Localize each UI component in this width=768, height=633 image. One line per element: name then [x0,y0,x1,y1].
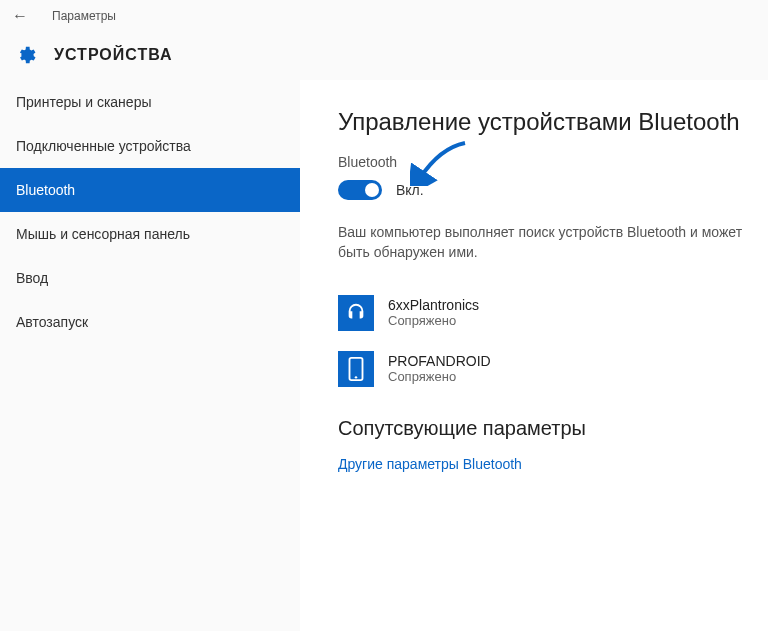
page-title: Управление устройствами Bluetooth [338,108,768,136]
bluetooth-description: Ваш компьютер выполняет поиск устройств … [338,222,768,263]
sidebar-item-autoplay[interactable]: Автозапуск [0,300,300,344]
bluetooth-toggle[interactable] [338,180,382,200]
related-title: Сопутсвующие параметры [338,417,768,440]
device-name: 6xxPlantronics [388,297,479,313]
toggle-state: Вкл. [396,182,424,198]
sidebar-item-input[interactable]: Ввод [0,256,300,300]
related-link[interactable]: Другие параметры Bluetooth [338,456,768,472]
device-row[interactable]: PROFANDROID Сопряжено [338,351,768,387]
toggle-row: Вкл. [338,180,768,200]
content: Управление устройствами Bluetooth Blueto… [300,80,768,631]
back-button[interactable]: ← [8,7,32,25]
phone-icon [338,351,374,387]
headset-icon [338,295,374,331]
bluetooth-label: Bluetooth [338,154,768,170]
sidebar: Принтеры и сканеры Подключенные устройст… [0,80,300,631]
device-row[interactable]: 6xxPlantronics Сопряжено [338,295,768,331]
window-title: Параметры [52,9,116,23]
device-status: Сопряжено [388,369,491,384]
sidebar-item-connected-devices[interactable]: Подключенные устройства [0,124,300,168]
device-name: PROFANDROID [388,353,491,369]
header: УСТРОЙСТВА [0,32,768,80]
gear-icon [14,44,36,66]
device-status: Сопряжено [388,313,479,328]
sidebar-item-mouse[interactable]: Мышь и сенсорная панель [0,212,300,256]
sidebar-item-printers[interactable]: Принтеры и сканеры [0,80,300,124]
sidebar-item-bluetooth[interactable]: Bluetooth [0,168,300,212]
titlebar: ← Параметры [0,0,768,32]
svg-point-1 [355,376,357,378]
section-title: УСТРОЙСТВА [54,46,173,64]
